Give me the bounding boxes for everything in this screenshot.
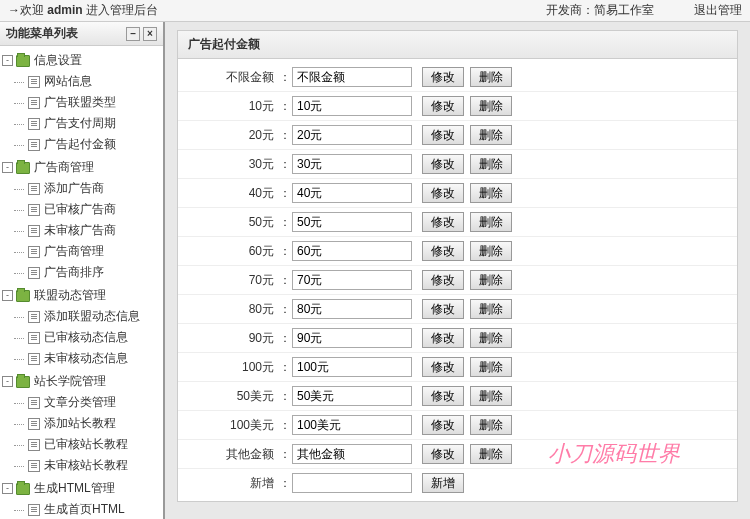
edit-button[interactable]: 修改 [422, 125, 464, 145]
table-row: 30元：修改删除 [178, 150, 737, 179]
edit-button[interactable]: 修改 [422, 386, 464, 406]
delete-button[interactable]: 删除 [470, 212, 512, 232]
delete-button[interactable]: 删除 [470, 328, 512, 348]
edit-button[interactable]: 修改 [422, 357, 464, 377]
colon: ： [278, 243, 292, 260]
amount-input[interactable] [292, 212, 412, 232]
amount-input[interactable] [292, 67, 412, 87]
colon: ： [278, 330, 292, 347]
tree-item[interactable]: 网站信息 [20, 71, 161, 92]
delete-button[interactable]: 删除 [470, 270, 512, 290]
tree-item[interactable]: 未审核动态信息 [20, 348, 161, 369]
delete-button[interactable]: 删除 [470, 386, 512, 406]
doc-icon [28, 439, 40, 451]
edit-button[interactable]: 修改 [422, 299, 464, 319]
tree-item[interactable]: 生成首页HTML [20, 499, 161, 519]
colon: ： [278, 475, 292, 492]
tree-item[interactable]: 未审核广告商 [20, 220, 161, 241]
amount-input[interactable] [292, 328, 412, 348]
table-row: 不限金额：修改删除 [178, 63, 737, 92]
edit-button[interactable]: 修改 [422, 96, 464, 116]
edit-button[interactable]: 修改 [422, 183, 464, 203]
doc-icon [28, 97, 40, 109]
tree-group[interactable]: -广告商管理 [2, 157, 161, 178]
colon: ： [278, 156, 292, 173]
tree-item[interactable]: 添加广告商 [20, 178, 161, 199]
top-bar: →欢迎 admin 进入管理后台 开发商：简易工作室 退出管理 [0, 0, 750, 22]
tree-group[interactable]: -信息设置 [2, 50, 161, 71]
edit-button[interactable]: 修改 [422, 212, 464, 232]
edit-button[interactable]: 修改 [422, 270, 464, 290]
colon: ： [278, 359, 292, 376]
sidebar-close-icon[interactable]: × [143, 27, 157, 41]
tree-group[interactable]: -站长学院管理 [2, 371, 161, 392]
row-label: 90元 [178, 330, 278, 347]
delete-button[interactable]: 删除 [470, 415, 512, 435]
delete-button[interactable]: 删除 [470, 299, 512, 319]
amount-input[interactable] [292, 444, 412, 464]
tree-item[interactable]: 广告联盟类型 [20, 92, 161, 113]
amount-input[interactable] [292, 415, 412, 435]
table-row: 90元：修改删除 [178, 324, 737, 353]
tree-toggle-icon[interactable]: - [2, 483, 13, 494]
tree-item[interactable]: 未审核站长教程 [20, 455, 161, 476]
amount-input[interactable] [292, 357, 412, 377]
colon: ： [278, 301, 292, 318]
tree-toggle-icon[interactable]: - [2, 55, 13, 66]
delete-button[interactable]: 删除 [470, 444, 512, 464]
logout-link[interactable]: 退出管理 [694, 2, 742, 19]
amount-input[interactable] [292, 241, 412, 261]
sidebar: 功能菜单列表 – × -信息设置网站信息广告联盟类型广告支付周期广告起付金额-广… [0, 22, 165, 519]
tree-item[interactable]: 广告商管理 [20, 241, 161, 262]
delete-button[interactable]: 删除 [470, 357, 512, 377]
tree-item[interactable]: 广告商排序 [20, 262, 161, 283]
doc-icon [28, 353, 40, 365]
row-label: 60元 [178, 243, 278, 260]
tree-item[interactable]: 添加联盟动态信息 [20, 306, 161, 327]
tree-item[interactable]: 广告起付金额 [20, 134, 161, 155]
tree-group[interactable]: -生成HTML管理 [2, 478, 161, 499]
tree-item[interactable]: 已审核站长教程 [20, 434, 161, 455]
edit-button[interactable]: 修改 [422, 241, 464, 261]
delete-button[interactable]: 删除 [470, 125, 512, 145]
sidebar-title: 功能菜单列表 [6, 25, 78, 42]
tree-item-label: 已审核站长教程 [44, 436, 128, 453]
sidebar-collapse-icon[interactable]: – [126, 27, 140, 41]
doc-icon [28, 504, 40, 516]
tree-item[interactable]: 广告支付周期 [20, 113, 161, 134]
amount-input[interactable] [292, 270, 412, 290]
add-input[interactable] [292, 473, 412, 493]
amount-input[interactable] [292, 386, 412, 406]
colon: ： [278, 272, 292, 289]
edit-button[interactable]: 修改 [422, 328, 464, 348]
delete-button[interactable]: 删除 [470, 67, 512, 87]
delete-button[interactable]: 删除 [470, 154, 512, 174]
tree-item[interactable]: 添加站长教程 [20, 413, 161, 434]
panel-title: 广告起付金额 [178, 31, 737, 59]
edit-button[interactable]: 修改 [422, 154, 464, 174]
edit-button[interactable]: 修改 [422, 67, 464, 87]
delete-button[interactable]: 删除 [470, 183, 512, 203]
tree-item[interactable]: 文章分类管理 [20, 392, 161, 413]
main-content: 广告起付金额 不限金额：修改删除10元：修改删除20元：修改删除30元：修改删除… [165, 22, 750, 519]
amount-input[interactable] [292, 96, 412, 116]
amount-input[interactable] [292, 125, 412, 145]
menu-tree: -信息设置网站信息广告联盟类型广告支付周期广告起付金额-广告商管理添加广告商已审… [0, 46, 163, 519]
doc-icon [28, 246, 40, 258]
edit-button[interactable]: 修改 [422, 415, 464, 435]
tree-item[interactable]: 已审核动态信息 [20, 327, 161, 348]
tree-toggle-icon[interactable]: - [2, 376, 13, 387]
delete-button[interactable]: 删除 [470, 241, 512, 261]
tree-toggle-icon[interactable]: - [2, 290, 13, 301]
edit-button[interactable]: 修改 [422, 444, 464, 464]
tree-item[interactable]: 已审核广告商 [20, 199, 161, 220]
colon: ： [278, 185, 292, 202]
amount-input[interactable] [292, 154, 412, 174]
delete-button[interactable]: 删除 [470, 96, 512, 116]
tree-group[interactable]: -联盟动态管理 [2, 285, 161, 306]
amount-input[interactable] [292, 299, 412, 319]
amount-input[interactable] [292, 183, 412, 203]
tree-toggle-icon[interactable]: - [2, 162, 13, 173]
row-label: 40元 [178, 185, 278, 202]
add-button[interactable]: 新增 [422, 473, 464, 493]
